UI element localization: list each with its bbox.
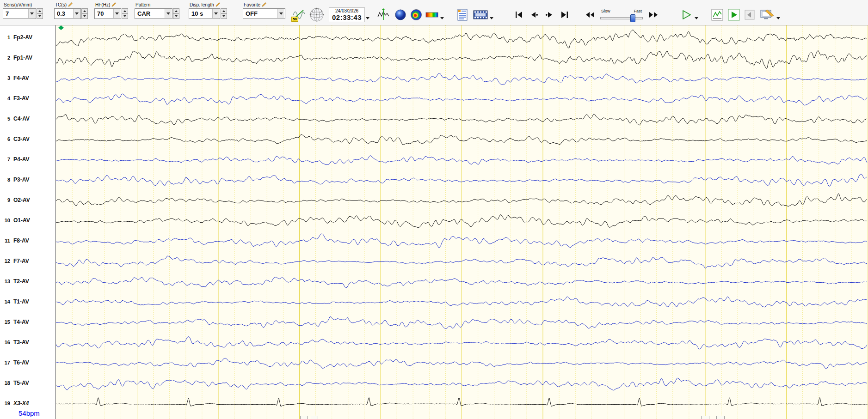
channel-row-P4-AV[interactable]: 7P4-AV (0, 156, 29, 164)
channel-label: P4-AV (13, 156, 29, 163)
page-back-button[interactable] (526, 8, 542, 21)
channel-row-Fp2-AV[interactable]: 1Fp2-AV (0, 34, 32, 42)
pattern-combobox[interactable]: CAR (135, 8, 172, 19)
video-icon (473, 9, 488, 20)
disp-length-value: 10 s (191, 10, 203, 17)
disp-length-combobox[interactable]: 10 s (189, 8, 220, 19)
channel-label: O2-AV (13, 197, 30, 203)
disp-length-spin-down[interactable] (221, 14, 227, 19)
jump-to-end-button[interactable] (557, 8, 572, 21)
speed-slider-track[interactable] (600, 17, 643, 19)
hf-spinner (122, 8, 128, 19)
favorite-combobox[interactable]: OFF (243, 8, 285, 19)
trace-area[interactable] (56, 25, 868, 419)
montage-settings-button[interactable] (759, 7, 775, 22)
sens-spin-up[interactable] (37, 8, 43, 14)
channel-row-F8-AV[interactable]: 11F8-AV (0, 237, 29, 245)
tc-spin-up[interactable] (81, 8, 88, 14)
jump-start-icon (515, 11, 523, 18)
channel-row-F3-AV[interactable]: 4F3-AV (0, 95, 29, 103)
hf-dropdown-arrow[interactable] (113, 9, 120, 18)
disp-length-dropdown-arrow[interactable] (212, 9, 219, 18)
hf-combobox[interactable]: 70 (94, 8, 121, 19)
channel-label-panel: 54bpm 1Fp2-AV2Fp1-AV3F4-AV4F3-AV5C4-AV6C… (0, 25, 56, 419)
channel-label: T4-AV (13, 319, 29, 325)
speed-slider[interactable]: Slow Fast (600, 9, 643, 19)
topo-map-icon (410, 9, 422, 21)
channel-row-O1-AV[interactable]: 10O1-AV (0, 217, 30, 225)
tc-value: 0.3 (57, 10, 65, 17)
channel-row-T1-AV[interactable]: 14T1-AV (0, 298, 29, 306)
channel-label: F7-AV (13, 258, 29, 264)
speed-slider-handle[interactable] (630, 14, 635, 22)
hf-spin-up[interactable] (122, 8, 128, 14)
play-button[interactable] (679, 8, 693, 22)
pattern-dropdown-arrow[interactable] (165, 9, 172, 18)
tc-spin-down[interactable] (81, 14, 88, 19)
channel-row-T6-AV[interactable]: 17T6-AV (0, 359, 29, 367)
channel-row-F7-AV[interactable]: 12F7-AV (0, 258, 29, 265)
video-group-dropdown-icon[interactable] (490, 17, 493, 21)
fast-forward-icon (648, 11, 659, 18)
channel-row-T4-AV[interactable]: 15T4-AV (0, 319, 29, 326)
channel-label: F4-AV (13, 75, 29, 81)
channel-row-T2-AV[interactable]: 13T2-AV (0, 278, 29, 285)
favorite-edit-pencil-icon[interactable] (262, 2, 267, 8)
sens-spin-down[interactable] (37, 14, 43, 19)
channel-row-P3-AV[interactable]: 8P3-AV (0, 176, 29, 184)
trace-overview-button[interactable] (376, 7, 391, 22)
main-toolbar: Sens(uV/mm) 7 TC(s) 0.3 (0, 0, 868, 25)
channel-row-F4-AV[interactable]: 3F4-AV (0, 75, 29, 82)
waveform-canvas[interactable] (56, 25, 868, 419)
tc-dropdown-arrow[interactable] (73, 9, 80, 18)
channel-row-T5-AV[interactable]: 18T5-AV (0, 380, 29, 387)
tc-edit-pencil-icon[interactable] (68, 2, 73, 8)
channel-label: T5-AV (13, 380, 29, 386)
tc-combobox[interactable]: 0.3 (54, 8, 81, 19)
clock-dropdown-icon[interactable] (366, 17, 369, 21)
channel-row-T3-AV[interactable]: 16T3-AV (0, 339, 29, 346)
fast-forward-button[interactable] (646, 8, 661, 21)
pattern-spin-down[interactable] (173, 14, 179, 19)
disp-length-edit-pencil-icon[interactable] (215, 2, 221, 8)
notch-filter-button[interactable]: 50 (292, 8, 306, 22)
map-group-dropdown-icon[interactable] (440, 17, 444, 21)
sens-combobox[interactable]: 7 (3, 8, 36, 19)
hf-edit-pencil-icon[interactable] (111, 2, 117, 8)
favorite-dropdown-arrow[interactable] (277, 9, 284, 18)
play-dropdown-icon[interactable] (695, 17, 698, 21)
settings-dropdown-icon[interactable] (776, 17, 780, 21)
channel-number: 5 (0, 116, 10, 121)
speed-slow-label: Slow (601, 9, 610, 13)
jump-to-start-button[interactable] (511, 8, 526, 21)
recording-time: 02:33:43 (332, 13, 362, 21)
channel-label: C3-AV (13, 136, 30, 142)
speed-fast-label: Fast (634, 9, 642, 13)
video-button[interactable] (473, 8, 488, 22)
patient-info-button[interactable] (456, 7, 469, 22)
hf-spin-down[interactable] (122, 14, 128, 19)
rewind-button[interactable] (582, 8, 597, 21)
patient-info-icon (457, 8, 468, 21)
channel-label: X3-X4 (13, 400, 29, 407)
channel-row-C3-AV[interactable]: 6C3-AV (0, 136, 30, 143)
page-forward-button[interactable] (542, 8, 557, 21)
disp-length-spinner (221, 8, 227, 19)
disp-length-spin-up[interactable] (221, 8, 227, 14)
trend-chart-button[interactable] (710, 8, 724, 22)
color-scale-button[interactable] (425, 9, 439, 20)
dsa-sphere-button[interactable] (394, 8, 407, 22)
pattern-spin-up[interactable] (173, 8, 179, 14)
channel-row-C4-AV[interactable]: 5C4-AV (0, 115, 30, 123)
review-play-button[interactable] (727, 8, 741, 22)
channel-label: T3-AV (13, 339, 29, 346)
channel-row-O2-AV[interactable]: 9O2-AV (0, 197, 30, 204)
sens-dropdown-arrow[interactable] (28, 9, 35, 18)
heart-rate-label: 54bpm (18, 409, 40, 417)
prev-event-button-disabled[interactable] (744, 9, 756, 21)
channel-row-Fp1-AV[interactable]: 2Fp1-AV (0, 55, 32, 62)
channel-row-X3-X4[interactable]: 19X3-X4 (0, 400, 29, 407)
electrode-map-button[interactable] (308, 6, 325, 23)
channel-label: T1-AV (13, 298, 29, 305)
topo-map-button[interactable] (409, 8, 423, 22)
